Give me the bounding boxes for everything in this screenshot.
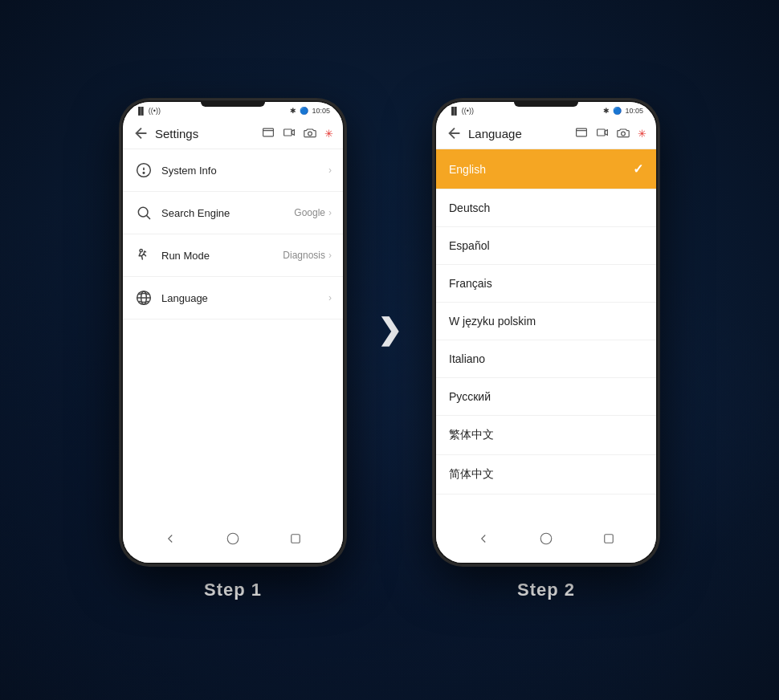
battery-icon: 🔵 xyxy=(300,107,308,115)
back-nav-button-2[interactable] xyxy=(472,527,495,550)
system-info-icon xyxy=(134,161,153,180)
camera-icon[interactable] xyxy=(304,126,316,141)
phone1-header-title: Settings xyxy=(155,127,262,140)
signal-icon: ▐▌ xyxy=(136,107,146,115)
lang-item-polish[interactable]: W języku polskim xyxy=(436,303,656,340)
phone1-inner: ▐▌ ((•)) ✱ 🔵 10:05 xyxy=(123,102,343,563)
camera-icon-2[interactable] xyxy=(617,126,630,141)
svg-rect-13 xyxy=(292,535,300,543)
run-mode-label: Run Mode xyxy=(161,250,283,262)
phone2-back-button[interactable] xyxy=(446,124,463,142)
phone1-status-right: ✱ 🔵 10:05 xyxy=(290,107,330,115)
bluetooth-icon: ✱ xyxy=(290,107,296,115)
phone2-notch xyxy=(514,102,578,107)
lang-russian-label: Русский xyxy=(449,390,643,403)
run-mode-icon xyxy=(134,246,153,265)
lang-item-traditional-chinese[interactable]: 繁体中文 xyxy=(436,416,656,455)
battery-icon-2: 🔵 xyxy=(613,107,622,115)
svg-rect-18 xyxy=(605,535,614,543)
bluetooth-settings-icon[interactable]: ✳ xyxy=(324,128,333,140)
phone2-wrapper: ▐▌ ((•)) ✱ 🔵 10:05 xyxy=(434,100,659,600)
phone2-frame: ▐▌ ((•)) ✱ 🔵 10:05 xyxy=(434,100,659,565)
lang-item-francais[interactable]: Français xyxy=(436,265,656,303)
search-engine-label: Search Engine xyxy=(161,207,294,219)
phone1-menu: System Info › Search Engine Google xyxy=(123,149,343,519)
video-icon-2[interactable] xyxy=(596,126,609,141)
search-engine-arrow: › xyxy=(328,207,332,218)
svg-rect-1 xyxy=(284,129,292,136)
back-nav-button[interactable] xyxy=(159,527,181,550)
lang-polish-label: W języku polskim xyxy=(449,315,643,328)
recent-nav-button-2[interactable] xyxy=(598,527,620,550)
run-mode-arrow: › xyxy=(328,250,332,261)
lang-espanol-label: Español xyxy=(449,239,643,252)
lang-deutsch-label: Deutsch xyxy=(449,201,643,214)
menu-item-search-engine[interactable]: Search Engine Google › xyxy=(123,192,343,234)
phone2-inner: ▐▌ ((•)) ✱ 🔵 10:05 xyxy=(436,102,656,563)
phones-container: ▐▌ ((•)) ✱ 🔵 10:05 xyxy=(120,100,659,600)
lang-francais-label: Français xyxy=(449,277,643,290)
lang-item-deutsch[interactable]: Deutsch xyxy=(436,189,656,227)
phone1-status-left: ▐▌ ((•)) xyxy=(136,107,161,115)
language-icon xyxy=(134,288,153,307)
menu-item-language[interactable]: Language › xyxy=(123,277,343,319)
svg-point-2 xyxy=(308,132,312,136)
bluetooth-icon-2: ✱ xyxy=(603,107,610,115)
svg-point-8 xyxy=(140,250,142,252)
phone1-bottom-nav xyxy=(123,519,343,563)
phone1-time: 10:05 xyxy=(312,107,330,115)
lang-item-italiano[interactable]: Italiano xyxy=(436,340,656,378)
phone2-header: Language xyxy=(436,118,656,149)
lang-english-label: English xyxy=(449,163,633,176)
lang-item-espanol[interactable]: Español xyxy=(436,227,656,265)
phone2-status-right: ✱ 🔵 10:05 xyxy=(603,107,643,115)
phone2-status-left: ▐▌ ((•)) xyxy=(449,107,474,115)
search-engine-icon xyxy=(134,203,153,222)
svg-point-17 xyxy=(540,533,552,544)
phone2-header-title: Language xyxy=(468,127,575,140)
home-nav-button[interactable] xyxy=(222,527,244,550)
menu-item-system-info[interactable]: System Info › xyxy=(123,149,343,192)
phone2-header-icons: ✳ xyxy=(575,126,646,141)
svg-point-5 xyxy=(143,173,145,174)
lang-item-english[interactable]: English ✓ xyxy=(436,149,656,189)
bluetooth-settings-icon-2[interactable]: ✳ xyxy=(638,128,646,140)
svg-rect-0 xyxy=(263,128,274,136)
signal-icon-2: ▐▌ xyxy=(449,107,459,115)
recent-nav-button[interactable] xyxy=(284,527,307,550)
phone2-time: 10:05 xyxy=(625,107,643,115)
video-icon[interactable] xyxy=(283,126,296,141)
lang-traditional-chinese-label: 繁体中文 xyxy=(449,428,643,442)
phone1-header-icons: ✳ xyxy=(262,126,333,141)
lang-item-simplified-chinese[interactable]: 简体中文 xyxy=(436,455,656,494)
svg-rect-15 xyxy=(598,129,606,136)
screenshot-icon[interactable] xyxy=(262,126,275,141)
svg-rect-14 xyxy=(577,128,587,136)
home-nav-button-2[interactable] xyxy=(535,527,557,550)
run-mode-value: Diagnosis xyxy=(283,250,325,261)
menu-item-run-mode[interactable]: Run Mode Diagnosis › xyxy=(123,234,343,277)
language-arrow: › xyxy=(328,292,332,303)
transition-arrow: ❯ xyxy=(377,313,402,347)
phone2-bottom-nav xyxy=(436,519,656,563)
search-engine-value: Google xyxy=(294,207,325,218)
phone1-header: Settings xyxy=(123,118,343,149)
lang-italiano-label: Italiano xyxy=(449,352,643,365)
lang-item-russian[interactable]: Русский xyxy=(436,378,656,416)
lang-simplified-chinese-label: 简体中文 xyxy=(449,467,643,482)
wifi-icon-2: ((•)) xyxy=(462,107,474,115)
screenshot-icon-2[interactable] xyxy=(575,126,588,141)
system-info-arrow: › xyxy=(328,165,332,176)
lang-english-check: ✓ xyxy=(633,161,643,177)
svg-point-16 xyxy=(622,132,626,136)
language-label: Language xyxy=(161,292,328,304)
step2-label: Step 2 xyxy=(517,580,575,600)
phone1-wrapper: ▐▌ ((•)) ✱ 🔵 10:05 xyxy=(120,100,345,600)
svg-line-7 xyxy=(147,216,150,219)
svg-point-12 xyxy=(227,533,239,544)
phone1-back-button[interactable] xyxy=(133,124,150,142)
system-info-label: System Info xyxy=(161,165,328,177)
phone1-frame: ▐▌ ((•)) ✱ 🔵 10:05 xyxy=(120,100,345,565)
phone2-language-list: English ✓ Deutsch Español Français W jęz… xyxy=(436,149,656,519)
phone1-notch xyxy=(201,102,265,107)
